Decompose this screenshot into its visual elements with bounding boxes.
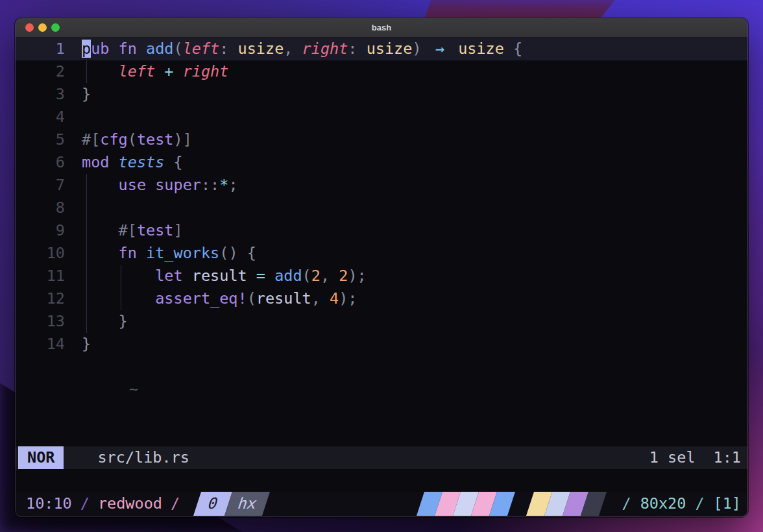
code-text: } bbox=[65, 312, 128, 330]
code-text: #[test] bbox=[65, 221, 183, 239]
terminal-window: bash 1pub fn add(left: usize, right: usi… bbox=[16, 18, 747, 516]
line-number: 10 bbox=[16, 242, 65, 265]
line-number: 13 bbox=[16, 310, 65, 333]
line-number: 14 bbox=[16, 333, 65, 356]
mode-indicator: NOR bbox=[18, 446, 64, 469]
code-line[interactable]: 7 use super::*; bbox=[16, 174, 747, 197]
code-line[interactable]: 3} bbox=[16, 83, 747, 106]
code-line[interactable]: 1pub fn add(left: usize, right: usize) →… bbox=[16, 38, 747, 60]
separator-slash: / bbox=[622, 492, 631, 515]
command-line[interactable] bbox=[16, 469, 747, 492]
traffic-lights bbox=[25, 18, 60, 37]
code-text: } bbox=[65, 335, 91, 353]
statusline-right: 1 sel 1:1 bbox=[649, 446, 747, 469]
cursor-position: 1:1 bbox=[714, 446, 741, 469]
tmux-left-section: 10:10 / redwood / 0 hx bbox=[16, 492, 267, 516]
empty-buffer-row: ~ bbox=[16, 356, 747, 378]
code-text: mod tests { bbox=[65, 153, 183, 171]
code-text bbox=[65, 199, 82, 217]
separator-slash: / bbox=[80, 492, 90, 515]
editor-area[interactable]: 1pub fn add(left: usize, right: usize) →… bbox=[16, 38, 747, 446]
minimize-button[interactable] bbox=[38, 23, 47, 32]
tmux-right-section: / 80x20 / [1] bbox=[622, 492, 741, 516]
code-text: let result = add(2, 2); bbox=[65, 267, 367, 285]
titlebar[interactable]: bash bbox=[16, 18, 747, 38]
code-text: fn it_works() { bbox=[65, 244, 256, 262]
close-button[interactable] bbox=[25, 23, 34, 32]
indent-guide bbox=[86, 174, 87, 333]
helix-statusline: NOR src/lib.rs 1 sel 1:1 bbox=[16, 446, 747, 469]
terminal-content: 1pub fn add(left: usize, right: usize) →… bbox=[16, 38, 747, 516]
code-line[interactable]: 14} bbox=[16, 333, 747, 356]
selection-count: 1 sel bbox=[649, 446, 696, 469]
code-text: } bbox=[65, 85, 91, 103]
block-cursor: p bbox=[82, 40, 91, 58]
code-text: use super::*; bbox=[65, 176, 238, 194]
code-line[interactable]: 8 bbox=[16, 197, 747, 219]
line-number: 7 bbox=[16, 174, 65, 197]
code-text: pub fn add(left: usize, right: usize) → … bbox=[65, 40, 522, 58]
line-number: 11 bbox=[16, 265, 65, 287]
code-line[interactable]: 5#[cfg(test)] bbox=[16, 128, 747, 151]
zoom-button[interactable] bbox=[51, 23, 60, 32]
window-name: hx bbox=[224, 492, 270, 516]
separator-slash: / bbox=[695, 492, 704, 515]
code-text bbox=[65, 108, 82, 126]
indent-guide bbox=[121, 265, 121, 310]
line-number: 2 bbox=[16, 60, 65, 83]
code-line[interactable]: 12 assert_eq!(result, 4); bbox=[16, 287, 747, 310]
nonbinary-flag-stripes bbox=[526, 492, 607, 516]
line-number: 1 bbox=[16, 38, 65, 60]
code-line[interactable]: 9 #[test] bbox=[16, 219, 747, 242]
editor-lines: 1pub fn add(left: usize, right: usize) →… bbox=[16, 38, 747, 356]
code-text: #[cfg(test)] bbox=[65, 130, 192, 149]
code-line[interactable]: 10 fn it_works() { bbox=[16, 242, 747, 265]
window-title: bash bbox=[372, 23, 391, 32]
separator-slash: / bbox=[171, 492, 180, 515]
line-number: 3 bbox=[16, 83, 65, 106]
line-number: 4 bbox=[16, 106, 65, 128]
pane-size: 80x20 bbox=[640, 492, 686, 515]
code-line[interactable]: 2 left + right bbox=[16, 60, 747, 83]
tilde-marker: ~ bbox=[89, 378, 138, 401]
indent-guide bbox=[86, 60, 87, 83]
session-indicator: [1] bbox=[714, 492, 741, 515]
line-number: 5 bbox=[16, 128, 65, 151]
code-line[interactable]: 11 let result = add(2, 2); bbox=[16, 265, 747, 287]
line-number: 6 bbox=[16, 151, 65, 174]
line-number: 12 bbox=[16, 287, 65, 310]
clock: 10:10 bbox=[26, 492, 72, 515]
trans-flag-stripes bbox=[417, 492, 515, 516]
code-line[interactable]: 13 } bbox=[16, 310, 747, 333]
hostname: redwood bbox=[98, 492, 162, 515]
code-line[interactable]: 6mod tests { bbox=[16, 151, 747, 174]
code-text: left + right bbox=[65, 62, 228, 80]
line-number: 9 bbox=[16, 219, 65, 242]
file-path: src/lib.rs bbox=[97, 446, 189, 469]
code-text: assert_eq!(result, 4); bbox=[65, 289, 357, 308]
tmux-statusbar: 10:10 / redwood / 0 hx / 80x20 / [1] bbox=[16, 492, 747, 516]
code-line[interactable]: 4 bbox=[16, 106, 747, 128]
tmux-window-tab[interactable]: 0 hx bbox=[193, 492, 270, 516]
line-number: 8 bbox=[16, 197, 65, 219]
